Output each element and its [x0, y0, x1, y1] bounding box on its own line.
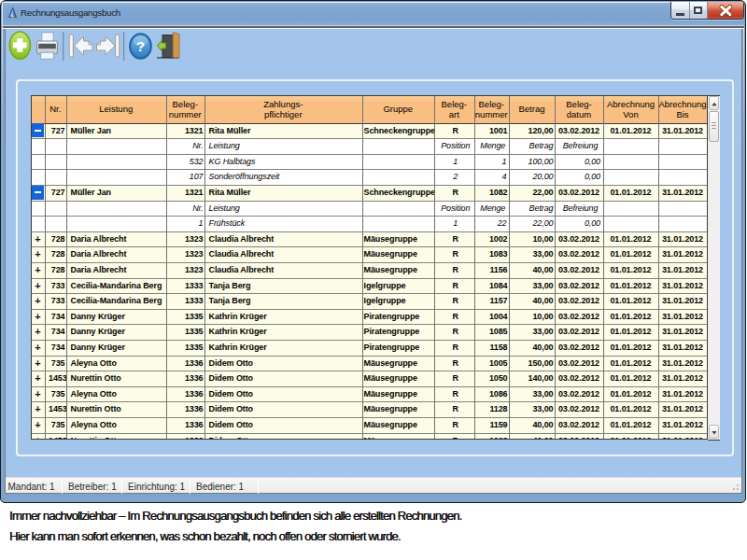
svg-text:?: ?: [136, 38, 145, 54]
